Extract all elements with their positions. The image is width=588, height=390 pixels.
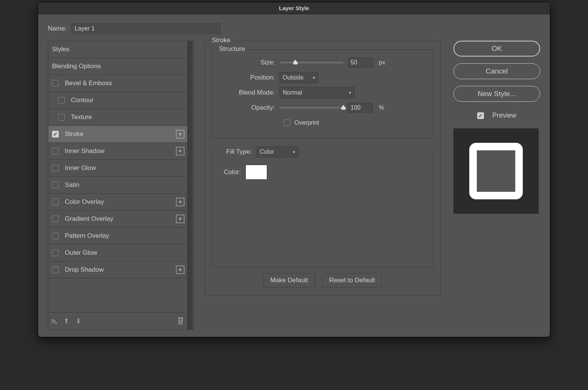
styles-list: Styles Blending Options Bevel & EmbossCo… <box>48 41 188 330</box>
move-up-icon[interactable]: 🠩 <box>63 317 70 325</box>
style-item-satin[interactable]: Satin <box>48 177 187 194</box>
add-effect-icon[interactable]: + <box>176 215 184 223</box>
cancel-button[interactable]: Cancel <box>453 63 540 79</box>
style-checkbox[interactable] <box>52 216 59 222</box>
style-item-bevel-emboss[interactable]: Bevel & Emboss <box>48 75 187 92</box>
style-label: Inner Shadow <box>65 147 104 155</box>
style-label: Contour <box>71 96 93 104</box>
size-slider-handle[interactable] <box>293 60 298 65</box>
add-effect-icon[interactable]: + <box>176 147 184 155</box>
style-checkbox[interactable] <box>52 131 59 138</box>
style-checkbox[interactable] <box>52 266 59 273</box>
preview-checkbox[interactable] <box>477 112 484 119</box>
style-label: Satin <box>65 181 80 189</box>
style-label: Inner Glow <box>65 164 96 172</box>
style-checkbox[interactable] <box>52 232 59 239</box>
preview-swatch <box>469 143 523 199</box>
style-item-outer-glow[interactable]: Outer Glow <box>48 245 187 262</box>
style-checkbox[interactable] <box>52 182 59 188</box>
stroke-settings: Stroke Structure Size: px <box>205 41 441 330</box>
add-effect-icon[interactable]: + <box>176 198 184 206</box>
style-checkbox[interactable] <box>52 165 59 171</box>
name-input[interactable] <box>71 23 220 34</box>
style-label: Drop Shadow <box>65 266 104 274</box>
style-checkbox[interactable] <box>52 199 59 205</box>
fill-fieldset: Color: <box>212 154 433 267</box>
size-input[interactable] <box>348 58 373 67</box>
style-item-stroke[interactable]: Stroke+ <box>48 126 187 143</box>
blending-options[interactable]: Blending Options <box>48 58 187 75</box>
style-item-texture[interactable]: Texture <box>48 109 187 126</box>
preview-label: Preview <box>492 112 516 119</box>
size-slider[interactable] <box>279 62 343 63</box>
stroke-legend: Stroke <box>210 37 233 44</box>
trash-icon[interactable] <box>177 317 184 326</box>
structure-fieldset: Structure Size: px <box>212 49 433 138</box>
opacity-slider[interactable] <box>279 107 343 109</box>
opacity-slider-handle[interactable] <box>341 105 346 110</box>
move-down-icon[interactable]: 🠫 <box>75 317 82 325</box>
style-label: Pattern Overlay <box>65 232 109 240</box>
stroke-fieldset: Stroke Structure Size: px <box>205 41 441 295</box>
styles-panel: Styles Blending Options Bevel & EmbossCo… <box>48 41 195 330</box>
styles-footer: fx▾ 🠩 🠫 <box>48 312 187 330</box>
size-label: Size: <box>219 59 279 66</box>
blend-mode-select[interactable]: Normal▾ <box>279 87 355 98</box>
style-label: Outer Glow <box>65 249 97 257</box>
overprint-label: Overprint <box>294 119 319 126</box>
new-style-button[interactable]: New Style... <box>453 86 540 102</box>
styles-header[interactable]: Styles <box>48 41 187 58</box>
fx-icon[interactable]: fx▾ <box>51 318 58 325</box>
name-row: Name: <box>48 23 540 34</box>
styles-scrollbar[interactable] <box>188 41 193 330</box>
layer-style-window: Layer Style Name: Styles Blending Option… <box>38 2 550 337</box>
style-label: Gradient Overlay <box>65 215 113 223</box>
style-checkbox[interactable] <box>58 97 65 104</box>
style-label: Stroke <box>65 130 83 138</box>
ok-button[interactable]: OK <box>453 41 540 57</box>
style-item-drop-shadow[interactable]: Drop Shadow+ <box>48 262 187 278</box>
actions-panel: OK Cancel New Style... Preview <box>453 41 540 330</box>
style-item-contour[interactable]: Contour <box>48 92 187 109</box>
window-title: Layer Style <box>279 5 309 11</box>
preview-row: Preview <box>453 112 540 119</box>
style-item-color-overlay[interactable]: Color Overlay+ <box>48 194 187 211</box>
style-item-inner-shadow[interactable]: Inner Shadow+ <box>48 143 187 160</box>
style-item-inner-glow[interactable]: Inner Glow <box>48 160 187 177</box>
style-checkbox[interactable] <box>52 80 59 87</box>
opacity-label: Opacity: <box>219 104 279 112</box>
preview-box <box>453 128 539 214</box>
chevron-down-icon: ▾ <box>313 75 315 80</box>
add-effect-icon[interactable]: + <box>176 130 184 138</box>
style-checkbox[interactable] <box>52 148 59 154</box>
opacity-unit: % <box>379 104 384 111</box>
opacity-input[interactable] <box>348 103 373 113</box>
position-select[interactable]: Outside▾ <box>279 72 318 83</box>
color-label: Color: <box>219 168 245 176</box>
stroke-color-swatch[interactable] <box>245 165 267 180</box>
reset-default-button[interactable]: Reset to Default <box>322 273 382 288</box>
make-default-button[interactable]: Make Default <box>263 273 315 288</box>
style-checkbox[interactable] <box>58 114 65 121</box>
style-item-gradient-overlay[interactable]: Gradient Overlay+ <box>48 211 187 228</box>
chevron-down-icon: ▾ <box>349 90 351 95</box>
position-label: Position: <box>219 74 279 81</box>
style-label: Texture <box>71 113 92 121</box>
titlebar: Layer Style <box>38 2 550 14</box>
style-label: Color Overlay <box>65 198 104 206</box>
add-effect-icon[interactable]: + <box>176 266 184 274</box>
window-body: Name: Styles Blending Options Bevel & Em… <box>38 14 550 337</box>
structure-legend: Structure <box>217 45 247 53</box>
style-label: Bevel & Emboss <box>65 80 112 87</box>
chevron-down-icon: ▾ <box>293 150 295 154</box>
name-label: Name: <box>48 25 67 32</box>
style-item-pattern-overlay[interactable]: Pattern Overlay <box>48 228 187 245</box>
overprint-checkbox[interactable] <box>284 119 291 126</box>
style-checkbox[interactable] <box>52 249 59 256</box>
size-unit: px <box>379 59 385 66</box>
blend-mode-label: Blend Mode: <box>219 89 279 96</box>
